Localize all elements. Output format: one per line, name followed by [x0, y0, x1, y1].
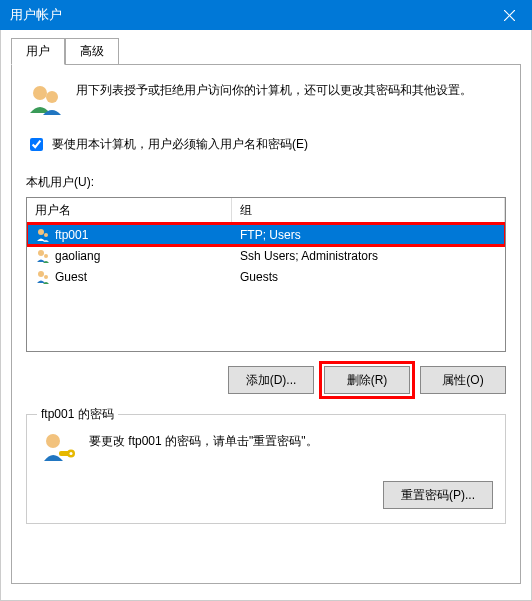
title-bar: 用户帐户: [0, 0, 532, 30]
password-button-row: 重置密码(P)...: [39, 481, 493, 509]
user-row[interactable]: gaoliangSsh Users; Administrators: [27, 245, 505, 266]
close-icon: [504, 10, 515, 21]
svg-point-9: [44, 275, 48, 279]
properties-button[interactable]: 属性(O): [420, 366, 506, 394]
remove-button[interactable]: 删除(R): [324, 366, 410, 394]
user-buttons-row: 添加(D)... 删除(R) 属性(O): [26, 366, 506, 394]
user-group-cell: Ssh Users; Administrators: [232, 249, 505, 263]
user-group-cell: Guests: [232, 270, 505, 284]
svg-point-6: [38, 250, 44, 256]
svg-point-8: [38, 271, 44, 277]
intro-row: 用下列表授予或拒绝用户访问你的计算机，还可以更改其密码和其他设置。: [26, 79, 506, 119]
password-row: 要更改 ftp001 的密码，请单击"重置密码"。: [39, 427, 493, 467]
key-user-icon: [39, 427, 79, 467]
user-icon: [35, 248, 51, 264]
password-fieldset: ftp001 的密码 要更改 ftp001 的密码，请单击"重置密码"。 重置密…: [26, 414, 506, 524]
users-list-label: 本机用户(U):: [26, 174, 506, 191]
user-name-cell: Guest: [27, 269, 232, 285]
user-name-text: ftp001: [55, 228, 88, 242]
require-login-label: 要使用本计算机，用户必须输入用户名和密码(E): [52, 136, 308, 153]
user-icon: [35, 269, 51, 285]
tab-panel-users: 用下列表授予或拒绝用户访问你的计算机，还可以更改其密码和其他设置。 要使用本计算…: [11, 64, 521, 584]
tab-users[interactable]: 用户: [11, 38, 65, 65]
close-button[interactable]: [487, 0, 532, 30]
users-listview[interactable]: 用户名 组 ftp001FTP; UsersgaoliangSsh Users;…: [26, 197, 506, 352]
svg-point-5: [44, 233, 48, 237]
svg-point-10: [46, 434, 60, 448]
password-text: 要更改 ftp001 的密码，请单击"重置密码"。: [89, 427, 318, 450]
user-name-cell: gaoliang: [27, 248, 232, 264]
user-group-cell: FTP; Users: [232, 228, 505, 242]
users-header: 用户名 组: [27, 198, 505, 224]
tab-advanced[interactable]: 高级: [65, 38, 119, 65]
user-row[interactable]: ftp001FTP; Users: [27, 224, 505, 245]
user-name-cell: ftp001: [27, 227, 232, 243]
svg-point-2: [33, 86, 47, 100]
intro-text: 用下列表授予或拒绝用户访问你的计算机，还可以更改其密码和其他设置。: [76, 79, 506, 119]
tab-strip: 用户 高级: [11, 38, 521, 64]
reset-password-button[interactable]: 重置密码(P)...: [383, 481, 493, 509]
column-group[interactable]: 组: [232, 198, 505, 223]
require-login-checkbox[interactable]: [30, 138, 43, 151]
svg-point-3: [46, 91, 58, 103]
user-name-text: gaoliang: [55, 249, 100, 263]
svg-point-4: [38, 229, 44, 235]
svg-point-13: [70, 452, 73, 455]
window-body: 用户 高级 用下列表授予或拒绝用户访问你的计算机，还可以更改其密码和其他设置。 …: [0, 30, 532, 601]
user-icon: [35, 227, 51, 243]
svg-point-7: [44, 254, 48, 258]
window-title: 用户帐户: [10, 6, 487, 24]
user-name-text: Guest: [55, 270, 87, 284]
add-button[interactable]: 添加(D)...: [228, 366, 314, 394]
column-username[interactable]: 用户名: [27, 198, 232, 223]
require-login-row: 要使用本计算机，用户必须输入用户名和密码(E): [26, 135, 506, 154]
users-icon: [26, 79, 66, 119]
password-legend: ftp001 的密码: [37, 406, 118, 423]
user-row[interactable]: GuestGuests: [27, 266, 505, 287]
